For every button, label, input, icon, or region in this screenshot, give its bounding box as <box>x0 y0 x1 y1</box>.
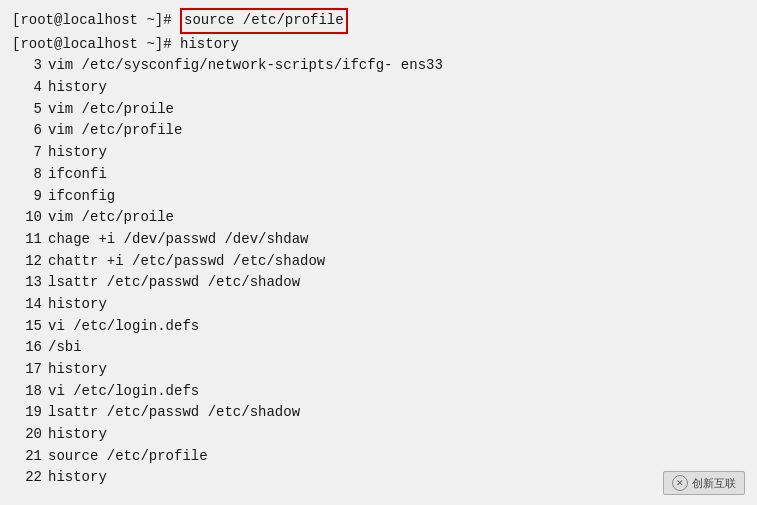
history-cmd: history <box>48 77 107 99</box>
history-cmd: ifconfig <box>48 186 115 208</box>
history-cmd: source /etc/profile <box>48 446 208 468</box>
terminal-window: [root@localhost ~]# source /etc/profile … <box>0 0 757 505</box>
history-num: 14 <box>12 294 42 316</box>
history-item: 16/sbi <box>12 337 745 359</box>
history-output: 3vim /etc/sysconfig/network-scripts/ifcf… <box>12 55 745 489</box>
history-num: 8 <box>12 164 42 186</box>
history-cmd: history <box>48 142 107 164</box>
terminal-line-1: [root@localhost ~]# source /etc/profile <box>12 8 745 34</box>
history-item: 20history <box>12 424 745 446</box>
history-cmd: history <box>48 424 107 446</box>
history-item: 21source /etc/profile <box>12 446 745 468</box>
history-cmd: vi /etc/login.defs <box>48 381 199 403</box>
history-num: 15 <box>12 316 42 338</box>
history-cmd: vim /etc/profile <box>48 120 182 142</box>
prompt-2: [root@localhost ~]# <box>12 34 180 56</box>
history-item: 10vim /etc/proile <box>12 207 745 229</box>
history-num: 4 <box>12 77 42 99</box>
watermark: ✕ 创新互联 <box>663 471 745 495</box>
history-cmd: ifconfi <box>48 164 107 186</box>
history-item: 8ifconfi <box>12 164 745 186</box>
history-num: 22 <box>12 467 42 489</box>
history-cmd: vim /etc/proile <box>48 99 174 121</box>
history-num: 12 <box>12 251 42 273</box>
history-cmd: vim /etc/proile <box>48 207 174 229</box>
history-item: 13lsattr /etc/passwd /etc/shadow <box>12 272 745 294</box>
watermark-label: 创新互联 <box>692 476 736 491</box>
history-item: 22history <box>12 467 745 489</box>
history-cmd: lsattr /etc/passwd /etc/shadow <box>48 272 300 294</box>
history-num: 13 <box>12 272 42 294</box>
history-num: 19 <box>12 402 42 424</box>
history-item: 14history <box>12 294 745 316</box>
history-num: 6 <box>12 120 42 142</box>
history-cmd: history <box>48 359 107 381</box>
history-num: 18 <box>12 381 42 403</box>
history-item: 11chage +i /dev/passwd /dev/shdaw <box>12 229 745 251</box>
history-num: 9 <box>12 186 42 208</box>
history-item: 18vi /etc/login.defs <box>12 381 745 403</box>
history-num: 16 <box>12 337 42 359</box>
history-num: 11 <box>12 229 42 251</box>
history-cmd: history <box>48 467 107 489</box>
history-num: 7 <box>12 142 42 164</box>
watermark-icon: ✕ <box>672 475 688 491</box>
history-item: 19lsattr /etc/passwd /etc/shadow <box>12 402 745 424</box>
history-num: 3 <box>12 55 42 77</box>
history-cmd: history <box>48 294 107 316</box>
history-num: 5 <box>12 99 42 121</box>
history-item: 12chattr +i /etc/passwd /etc/shadow <box>12 251 745 273</box>
history-item: 15vi /etc/login.defs <box>12 316 745 338</box>
history-cmd: chage +i /dev/passwd /dev/shdaw <box>48 229 308 251</box>
history-num: 10 <box>12 207 42 229</box>
prompt-1: [root@localhost ~]# <box>12 10 180 32</box>
history-item: 9ifconfig <box>12 186 745 208</box>
history-cmd: /sbi <box>48 337 82 359</box>
history-item: 4history <box>12 77 745 99</box>
history-cmd: lsattr /etc/passwd /etc/shadow <box>48 402 300 424</box>
history-cmd: chattr +i /etc/passwd /etc/shadow <box>48 251 325 273</box>
command-history: history <box>180 34 239 56</box>
terminal-line-2: [root@localhost ~]# history <box>12 34 745 56</box>
history-num: 20 <box>12 424 42 446</box>
history-num: 17 <box>12 359 42 381</box>
history-item: 5vim /etc/proile <box>12 99 745 121</box>
history-cmd: vi /etc/login.defs <box>48 316 199 338</box>
history-item: 6vim /etc/profile <box>12 120 745 142</box>
command-source: source /etc/profile <box>180 8 348 34</box>
history-item: 7history <box>12 142 745 164</box>
history-num: 21 <box>12 446 42 468</box>
history-item: 3vim /etc/sysconfig/network-scripts/ifcf… <box>12 55 745 77</box>
history-cmd: vim /etc/sysconfig/network-scripts/ifcfg… <box>48 55 443 77</box>
history-item: 17history <box>12 359 745 381</box>
